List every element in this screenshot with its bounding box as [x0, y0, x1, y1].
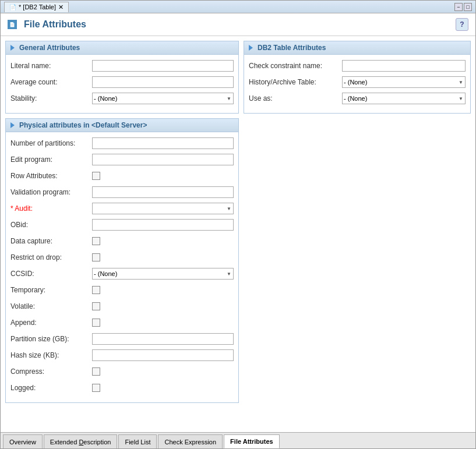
edit-program-label: Edit program: [10, 155, 92, 164]
physical-collapse-icon[interactable] [10, 122, 15, 128]
history-archive-select[interactable]: - (None) [342, 76, 466, 88]
logged-row: Logged: [10, 381, 234, 394]
row-attributes-checkbox[interactable] [92, 172, 100, 180]
num-partitions-input[interactable] [92, 137, 234, 149]
history-archive-row: History/Archive Table: - (None) [249, 76, 466, 89]
tab-icon: 📄 [9, 4, 16, 10]
hash-size-input[interactable] [92, 349, 234, 361]
physical-attributes-body: Number of partitions: Edit program: Row … [6, 132, 238, 402]
restrict-on-drop-checkbox[interactable] [92, 253, 100, 261]
check-constraint-row: Check constraint name: [249, 59, 466, 72]
stability-label: Stability: [10, 94, 92, 102]
append-row: Append: [10, 316, 234, 329]
general-attributes-section: General Attributes Literal name: Average… [5, 41, 239, 114]
page-title: File Attributes [24, 19, 86, 30]
bottom-tabs: Overview Extended Description Field List… [1, 432, 475, 448]
ccsid-row: CCSID: - (None) [10, 267, 234, 280]
right-panel: DB2 Table Attributes Check constraint na… [244, 41, 471, 427]
restore-button[interactable]: □ [464, 3, 472, 11]
compress-row: Compress: [10, 365, 234, 378]
history-archive-label: History/Archive Table: [249, 78, 342, 86]
average-count-input[interactable] [92, 76, 234, 88]
ccsid-select-wrapper: - (None) [92, 268, 234, 280]
stability-row: Stability: - (None) [10, 92, 234, 105]
history-archive-select-wrapper: - (None) [342, 76, 466, 88]
restrict-on-drop-label: Restrict on drop: [10, 253, 92, 261]
compress-label: Compress: [10, 367, 92, 376]
append-label: Append: [10, 319, 92, 327]
tab-extended-description[interactable]: Extended Description [44, 434, 118, 448]
title-bar-left: 📄 * [DB2 Table] ✕ [4, 2, 69, 12]
use-as-label: Use as: [249, 94, 342, 102]
db2-table-attributes-body: Check constraint name: History/Archive T… [244, 55, 470, 113]
literal-name-row: Literal name: [10, 59, 234, 72]
use-as-select[interactable]: - (None) [342, 93, 466, 104]
main-window: 📄 * [DB2 Table] ✕ − □ 📄 File Attributes … [0, 0, 476, 449]
audit-row: * Audit: [10, 202, 234, 215]
tab-close-icon[interactable]: ✕ [58, 3, 64, 11]
audit-label: * Audit: [10, 204, 92, 213]
literal-name-input[interactable] [92, 60, 234, 72]
audit-select-wrapper [92, 203, 234, 214]
append-checkbox[interactable] [92, 319, 100, 327]
general-attributes-body: Literal name: Average count: Stability: … [6, 55, 238, 113]
hash-size-label: Hash size (KB): [10, 351, 92, 359]
edit-program-input[interactable] [92, 154, 234, 165]
general-attributes-title: General Attributes [19, 44, 80, 52]
tab-field-list[interactable]: Field List [118, 434, 157, 448]
db2-table-attributes-header: DB2 Table Attributes [244, 41, 470, 55]
audit-select[interactable] [92, 203, 234, 214]
tab-field-list-label: Field List [125, 439, 150, 446]
partition-size-input[interactable] [92, 333, 234, 345]
minimize-button[interactable]: − [454, 3, 463, 11]
page-title-area: 📄 File Attributes [8, 19, 86, 30]
literal-name-label: Literal name: [10, 62, 92, 70]
obid-row: OBid: [10, 218, 234, 231]
validation-program-input[interactable] [92, 186, 234, 198]
tab-file-attributes-label: File Attributes [230, 438, 273, 445]
volatile-label: Volatile: [10, 302, 92, 310]
tab-overview[interactable]: Overview [3, 434, 43, 448]
physical-attributes-title: Physical attributes in <Default Server> [19, 121, 147, 129]
general-attributes-header: General Attributes [6, 41, 238, 55]
obid-input[interactable] [92, 219, 234, 231]
temporary-checkbox[interactable] [92, 286, 100, 294]
title-bar: 📄 * [DB2 Table] ✕ − □ [1, 1, 475, 13]
left-panel: General Attributes Literal name: Average… [5, 41, 239, 427]
window-controls: − □ [454, 3, 472, 11]
num-partitions-label: Number of partitions: [10, 139, 92, 147]
db2-table-attributes-section: DB2 Table Attributes Check constraint na… [244, 41, 471, 114]
validation-program-row: Validation program: [10, 186, 234, 199]
volatile-checkbox[interactable] [92, 302, 100, 310]
data-capture-label: Data capture: [10, 237, 92, 245]
ccsid-select[interactable]: - (None) [92, 268, 234, 280]
temporary-row: Temporary: [10, 284, 234, 296]
stability-select[interactable]: - (None) [92, 93, 234, 104]
db2-collapse-icon[interactable] [249, 45, 253, 51]
check-constraint-input[interactable] [342, 60, 466, 72]
page-icon: 📄 [8, 20, 17, 29]
logged-checkbox[interactable] [92, 384, 100, 392]
tab-label: * [DB2 Table] [19, 3, 56, 10]
restrict-on-drop-row: Restrict on drop: [10, 251, 234, 264]
editor-tab[interactable]: 📄 * [DB2 Table] ✕ [4, 2, 69, 12]
tab-overview-label: Overview [9, 439, 36, 446]
help-button[interactable]: ? [456, 18, 468, 31]
collapse-icon[interactable] [10, 45, 15, 51]
compress-checkbox[interactable] [92, 367, 100, 376]
physical-attributes-header: Physical attributes in <Default Server> [6, 119, 238, 132]
tab-file-attributes[interactable]: File Attributes [224, 434, 280, 448]
average-count-label: Average count: [10, 78, 92, 86]
tab-check-expression[interactable]: Check Expression [158, 434, 223, 448]
data-capture-checkbox[interactable] [92, 237, 100, 245]
db2-table-attributes-title: DB2 Table Attributes [258, 44, 326, 52]
num-partitions-row: Number of partitions: [10, 137, 234, 150]
tab-extended-description-label: Extended Description [50, 439, 111, 446]
obid-label: OBid: [10, 221, 92, 229]
validation-program-label: Validation program: [10, 188, 92, 196]
stability-select-wrapper: - (None) [92, 93, 234, 104]
row-attributes-row: Row Attributes: [10, 169, 234, 182]
row-attributes-label: Row Attributes: [10, 172, 92, 180]
content-area: General Attributes Literal name: Average… [1, 36, 475, 432]
temporary-label: Temporary: [10, 286, 92, 294]
